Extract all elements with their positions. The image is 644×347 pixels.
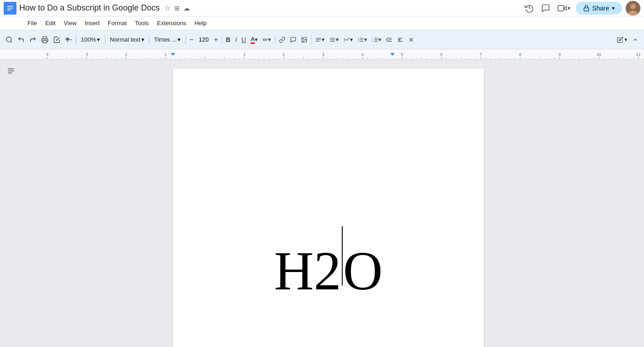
- title-bar: How to Do a Subscript in Google Docs ☆ ⊞…: [0, 0, 644, 16]
- text-style-dropdown[interactable]: Normal text ▾: [107, 33, 147, 47]
- text-after-cursor: O: [343, 240, 383, 303]
- paint-format-button[interactable]: [63, 33, 74, 47]
- menu-insert[interactable]: Insert: [81, 19, 103, 27]
- italic-button[interactable]: I: [233, 33, 239, 47]
- share-dropdown-icon[interactable]: ▾: [612, 5, 615, 11]
- svg-line-13: [11, 41, 12, 43]
- zoom-dropdown[interactable]: 100% ▾: [78, 33, 103, 47]
- highlight-icon: ✏: [263, 36, 268, 43]
- title-right-section: ▾ Share ▾: [523, 1, 640, 16]
- line-spacing-button[interactable]: ▾: [327, 33, 341, 47]
- toolbar-separator-3: [149, 35, 150, 44]
- image-button[interactable]: [299, 33, 309, 47]
- highlight-dropdown-icon[interactable]: ▾: [268, 36, 271, 43]
- svg-point-31: [359, 41, 360, 42]
- clear-format-button[interactable]: [406, 33, 416, 47]
- font-label: Times ...: [154, 36, 177, 43]
- indent-decrease-button[interactable]: [384, 33, 394, 47]
- expand-toolbar-button[interactable]: [630, 33, 640, 47]
- text-color-button[interactable]: A ▾: [249, 33, 260, 47]
- svg-text:3.: 3.: [372, 40, 374, 42]
- toolbar-separator-4: [185, 35, 186, 44]
- menu-view[interactable]: View: [60, 19, 80, 27]
- svg-rect-2: [7, 8, 13, 9]
- svg-rect-3: [7, 10, 11, 11]
- comment-button[interactable]: [288, 33, 298, 47]
- history-icon[interactable]: [523, 2, 536, 15]
- ruler: [0, 49, 644, 59]
- font-dropdown[interactable]: Times ... ▾: [151, 33, 183, 47]
- svg-point-30: [359, 39, 360, 40]
- text-before-cursor: H2: [274, 240, 341, 303]
- text-style-dropdown-icon: ▾: [141, 36, 145, 43]
- outline-panel: [0, 59, 22, 347]
- font-size-input[interactable]: [196, 36, 211, 43]
- page-wrapper: H2 O: [22, 59, 635, 347]
- document-page[interactable]: H2 O: [173, 69, 484, 347]
- bullet-list-button[interactable]: ▾: [356, 33, 369, 47]
- toolbar-separator-5: [222, 35, 222, 44]
- zoom-dropdown-icon: ▾: [97, 36, 100, 43]
- svg-point-10: [630, 4, 636, 9]
- menu-edit[interactable]: Edit: [42, 19, 59, 27]
- share-label: Share: [592, 5, 609, 12]
- text-color-dropdown-icon[interactable]: ▾: [255, 36, 258, 43]
- align-button[interactable]: ▾: [313, 33, 327, 47]
- svg-rect-8: [584, 8, 589, 11]
- zoom-value: 100%: [81, 36, 96, 43]
- text-color-icon: A: [251, 36, 255, 44]
- undo-button[interactable]: [16, 33, 27, 47]
- user-avatar[interactable]: [626, 1, 640, 16]
- menu-extensions[interactable]: Extensions: [153, 19, 190, 27]
- svg-rect-1: [7, 6, 13, 7]
- svg-point-29: [359, 37, 360, 38]
- toolbar-separator-6: [275, 35, 275, 44]
- toolbar: 100% ▾ Normal text ▾ Times ... ▾ − + B I…: [0, 30, 644, 49]
- numbered-list-button[interactable]: 1. 2. 3. ▾: [370, 33, 383, 47]
- outline-toggle[interactable]: [7, 67, 15, 77]
- zoom-control[interactable]: 100% ▾: [78, 33, 103, 47]
- svg-point-12: [6, 37, 11, 42]
- link-button[interactable]: [277, 33, 287, 47]
- svg-rect-7: [558, 5, 564, 11]
- indent-increase-button[interactable]: [395, 33, 405, 47]
- spellcheck-button[interactable]: [51, 33, 62, 47]
- underline-button[interactable]: U: [240, 33, 248, 47]
- toolbar-separator-1: [76, 35, 76, 44]
- toolbar-separator-7: [311, 35, 311, 44]
- redo-button[interactable]: [27, 33, 38, 47]
- checklist-button[interactable]: ▾: [342, 33, 355, 47]
- pencil-edit-button[interactable]: ▾: [615, 33, 629, 47]
- svg-line-5: [529, 8, 531, 9]
- app-icon[interactable]: [4, 2, 16, 15]
- font-size-increase-button[interactable]: +: [212, 33, 220, 47]
- chat-icon[interactable]: [539, 2, 552, 15]
- toolbar-separator-2: [105, 35, 105, 44]
- font-size-decrease-button[interactable]: −: [188, 33, 195, 47]
- document-content[interactable]: H2 O: [274, 230, 382, 303]
- cloud-save-icon[interactable]: ☁: [183, 5, 190, 12]
- svg-marker-6: [564, 6, 566, 10]
- menu-file[interactable]: File: [24, 19, 41, 27]
- document-title: How to Do a Subscript in Google Docs: [19, 3, 160, 13]
- star-icon[interactable]: ☆: [164, 4, 171, 12]
- search-button[interactable]: [4, 33, 15, 47]
- menu-format[interactable]: Format: [104, 19, 130, 27]
- text-style-label: Normal text: [110, 36, 140, 43]
- highlight-button[interactable]: ✏ ▾: [261, 33, 273, 47]
- text-cursor: [342, 226, 343, 286]
- meet-button[interactable]: ▾: [556, 2, 572, 15]
- document-area[interactable]: H2 O: [0, 59, 644, 347]
- title-action-icons: ☆ ⊞ ☁: [164, 4, 190, 12]
- font-dropdown-icon: ▾: [177, 36, 181, 43]
- svg-point-16: [303, 38, 304, 39]
- share-button[interactable]: Share ▾: [576, 2, 622, 15]
- svg-rect-14: [43, 40, 47, 43]
- menu-bar: File Edit View Insert Format Tools Exten…: [0, 16, 644, 30]
- menu-help[interactable]: Help: [191, 19, 210, 27]
- menu-tools[interactable]: Tools: [131, 19, 152, 27]
- print-button[interactable]: [39, 33, 50, 47]
- right-scrollbar-area: [635, 59, 644, 347]
- bold-button[interactable]: B: [224, 33, 232, 47]
- add-to-drive-icon[interactable]: ⊞: [174, 5, 180, 12]
